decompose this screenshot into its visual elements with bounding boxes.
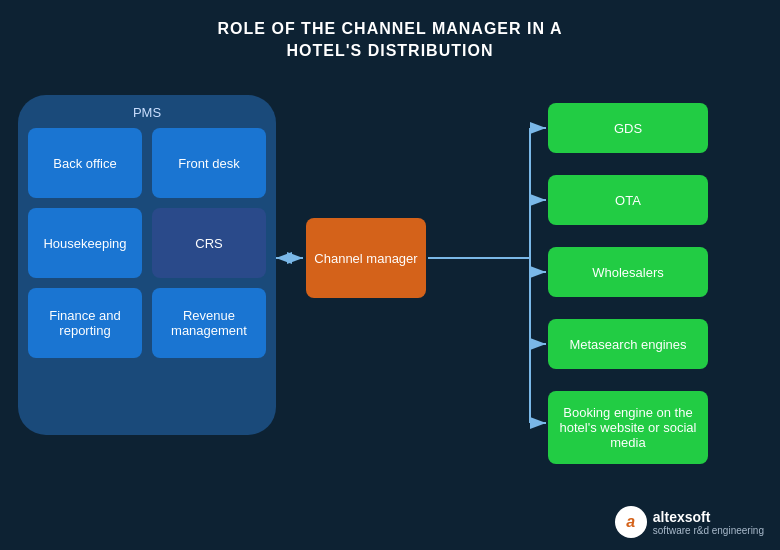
logo-text: altexsoft software r&d engineering bbox=[653, 509, 764, 536]
gds-box: GDS bbox=[548, 103, 708, 153]
logo-icon: a bbox=[615, 506, 647, 538]
finance-reporting-box: Finance and reporting bbox=[28, 288, 142, 358]
ota-box: OTA bbox=[548, 175, 708, 225]
channel-manager-box: Channel manager bbox=[306, 218, 426, 298]
pms-label: PMS bbox=[28, 105, 266, 120]
revenue-management-box: Revenue management bbox=[152, 288, 266, 358]
metasearch-box: Metasearch engines bbox=[548, 319, 708, 369]
crs-box: CRS bbox=[152, 208, 266, 278]
front-desk-box: Front desk bbox=[152, 128, 266, 198]
pms-grid: Back office Front desk Housekeeping CRS … bbox=[28, 128, 266, 358]
wholesalers-box: Wholesalers bbox=[548, 247, 708, 297]
pms-container: PMS Back office Front desk Housekeeping … bbox=[18, 95, 276, 435]
page-title: ROLE OF THE CHANNEL MANAGER IN A HOTEL'S… bbox=[0, 0, 780, 63]
logo-area: a altexsoft software r&d engineering bbox=[615, 506, 764, 538]
back-office-box: Back office bbox=[28, 128, 142, 198]
booking-box: Booking engine on the hotel's website or… bbox=[548, 391, 708, 464]
housekeeping-box: Housekeeping bbox=[28, 208, 142, 278]
